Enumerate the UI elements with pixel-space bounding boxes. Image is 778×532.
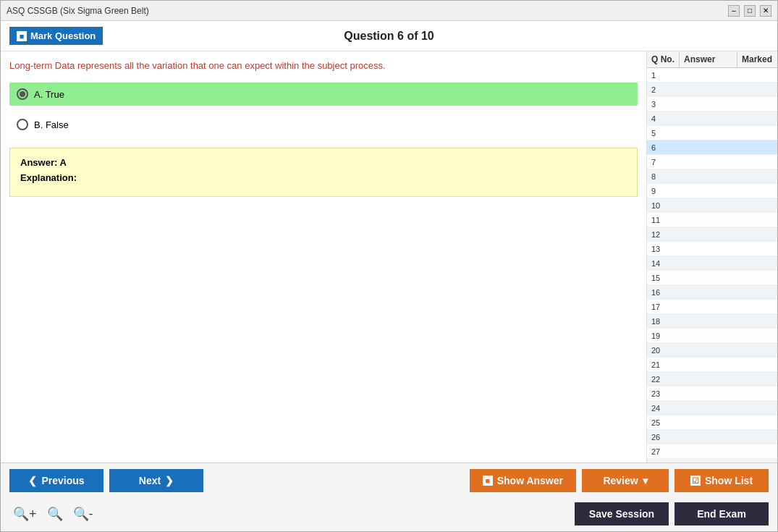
close-button[interactable]: ✕ [760,5,771,17]
answer-box: Answer: A Explanation: [9,148,638,197]
sidebar-row[interactable]: 21 [647,358,777,372]
option-b-radio [17,119,28,130]
sidebar-qno-cell: 25 [647,418,680,427]
sidebar-qno-cell: 4 [647,114,680,123]
sidebar-qno-cell: 18 [647,317,680,326]
save-session-button[interactable]: Save Session [575,502,669,525]
bottom-bar: ❮ Previous Next ❯ ■ Show Answer Review ▾… [1,463,777,531]
sidebar-qno-cell: 13 [647,245,680,253]
sidebar-row[interactable]: 15 [647,271,777,285]
sidebar-qno-cell: 3 [647,100,680,109]
question-title: Question 6 of 10 [344,30,434,43]
sidebar-qno-header: Q No. [647,51,680,67]
sidebar-row[interactable]: 3 [647,97,777,111]
sidebar-row[interactable]: 10 [647,198,777,213]
sidebar-qno-cell: 21 [647,360,680,369]
sidebar-row[interactable]: 2 [647,83,777,97]
option-a-row[interactable]: A. True [9,83,638,106]
app-window: ASQ CSSGB (Six Sigma Green Belt) – □ ✕ ■… [0,0,778,532]
mark-checkbox-icon: ■ [17,31,27,41]
sidebar-header: Q No. Answer Marked [647,51,777,68]
sidebar-row[interactable]: 5 [647,126,777,140]
sidebar-row[interactable]: 9 [647,184,777,198]
question-text: Long-term Data represents all the variat… [9,60,638,71]
sidebar-row[interactable]: 4 [647,111,777,126]
show-answer-label: Show Answer [497,475,563,486]
sidebar-qno-cell: 16 [647,288,680,297]
show-answer-checkbox-icon: ■ [483,476,493,486]
show-list-checkbox-icon: ☑ [690,476,701,486]
sidebar: Q No. Answer Marked 1 2 3 4 5 [647,51,777,463]
end-exam-button[interactable]: End Exam [675,502,769,525]
sidebar-row[interactable]: 23 [647,387,777,401]
review-button[interactable]: Review ▾ [582,469,669,492]
sidebar-row[interactable]: 7 [647,155,777,169]
title-controls: – □ ✕ [728,5,771,17]
next-button[interactable]: Next ❯ [109,469,203,492]
sidebar-row[interactable]: 8 [647,169,777,184]
nav-button-row: ❮ Previous Next ❯ ■ Show Answer Review ▾… [1,463,777,498]
zoom-reset-button[interactable]: 🔍 [43,504,67,523]
sidebar-row[interactable]: 6 [647,140,777,155]
next-label: Next [139,475,161,486]
sidebar-qno-cell: 20 [647,346,680,355]
explanation-text: Explanation: [20,172,627,183]
sidebar-qno-cell: 23 [647,389,680,398]
sidebar-qno-cell: 15 [647,274,680,282]
sidebar-qno-cell: 11 [647,216,680,224]
previous-button[interactable]: ❮ Previous [9,469,103,492]
sidebar-row[interactable]: 17 [647,300,777,314]
sidebar-qno-cell: 1 [647,71,680,80]
sidebar-qno-cell: 7 [647,158,680,166]
sidebar-qno-cell: 5 [647,129,680,138]
option-a-radio [17,88,28,100]
sidebar-qno-cell: 19 [647,332,680,340]
sidebar-row[interactable]: 11 [647,213,777,227]
sidebar-row[interactable]: 18 [647,314,777,329]
header: ■ Mark Question Question 6 of 10 [1,21,777,51]
mark-question-button[interactable]: ■ Mark Question [9,27,103,45]
sidebar-qno-cell: 2 [647,85,680,94]
sidebar-marked-header: Marked [737,51,777,67]
zoom-controls: 🔍+ 🔍 🔍- [9,504,97,523]
sidebar-row[interactable]: 14 [647,256,777,271]
question-panel: Long-term Data represents all the variat… [1,51,647,463]
window-title: ASQ CSSGB (Six Sigma Green Belt) [7,6,149,16]
option-b-row[interactable]: B. False [9,113,638,136]
sidebar-list[interactable]: 1 2 3 4 5 6 7 8 [647,68,777,463]
sidebar-qno-cell: 24 [647,404,680,413]
sidebar-row[interactable]: 12 [647,227,777,242]
sidebar-row[interactable]: 24 [647,401,777,415]
show-list-label: Show List [705,475,753,486]
previous-label: Previous [41,475,84,486]
sidebar-row[interactable]: 26 [647,430,777,444]
minimize-button[interactable]: – [728,5,740,17]
sidebar-qno-cell: 22 [647,375,680,384]
save-session-label: Save Session [589,508,654,520]
sidebar-row[interactable]: 27 [647,444,777,459]
sidebar-qno-cell: 12 [647,230,680,239]
show-list-button[interactable]: ☑ Show List [675,469,769,492]
zoom-out-button[interactable]: 🔍- [69,504,97,523]
sidebar-row[interactable]: 22 [647,372,777,387]
sidebar-row[interactable]: 19 [647,329,777,343]
next-chevron-icon: ❯ [165,475,174,486]
review-dropdown-icon: ▾ [643,475,648,486]
sidebar-row[interactable]: 1 [647,68,777,83]
sidebar-row[interactable]: 20 [647,343,777,358]
sidebar-qno-cell: 8 [647,172,680,181]
sidebar-row[interactable]: 13 [647,242,777,256]
show-answer-button[interactable]: ■ Show Answer [470,469,576,492]
content-area: Long-term Data represents all the variat… [1,51,777,463]
end-exam-label: End Exam [697,508,746,520]
sidebar-row[interactable]: 25 [647,415,777,430]
zoom-in-button[interactable]: 🔍+ [9,504,41,523]
answer-text: Answer: A [20,157,627,168]
maximize-button[interactable]: □ [744,5,756,17]
sidebar-qno-cell: 27 [647,447,680,456]
sidebar-answer-header: Answer [680,51,737,67]
review-label: Review [603,475,638,486]
option-a-label: A. True [34,89,64,100]
sidebar-row[interactable]: 16 [647,285,777,300]
option-b-label: B. False [34,119,69,130]
